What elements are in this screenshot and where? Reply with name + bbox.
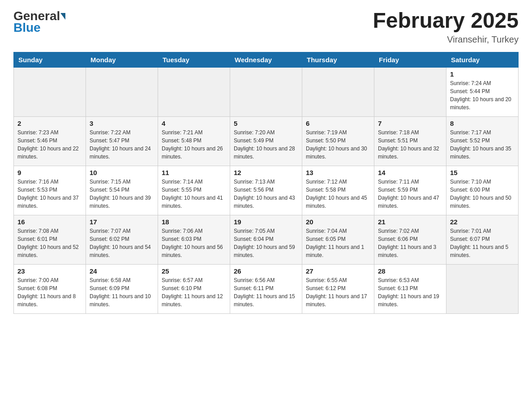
logo-arrow-icon <box>60 13 65 20</box>
calendar-cell: 15Sunrise: 7:10 AMSunset: 6:00 PMDayligh… <box>446 166 519 215</box>
calendar-cell <box>374 67 446 116</box>
day-number: 24 <box>90 267 154 275</box>
col-thursday: Thursday <box>302 52 374 67</box>
day-info: Sunrise: 7:16 AMSunset: 5:53 PMDaylight:… <box>17 178 82 210</box>
day-number: 17 <box>90 218 154 226</box>
day-info: Sunrise: 7:08 AMSunset: 6:01 PMDaylight:… <box>17 227 82 259</box>
calendar-table: Sunday Monday Tuesday Wednesday Thursday… <box>13 52 519 314</box>
day-info: Sunrise: 7:11 AMSunset: 5:59 PMDaylight:… <box>378 178 442 210</box>
day-info: Sunrise: 7:04 AMSunset: 6:05 PMDaylight:… <box>306 227 370 259</box>
day-number: 18 <box>162 218 226 226</box>
calendar-cell: 7Sunrise: 7:18 AMSunset: 5:51 PMDaylight… <box>374 116 446 166</box>
day-number: 3 <box>90 120 154 127</box>
day-number: 9 <box>17 169 82 176</box>
calendar-cell: 8Sunrise: 7:17 AMSunset: 5:52 PMDaylight… <box>446 116 519 166</box>
day-info: Sunrise: 7:02 AMSunset: 6:06 PMDaylight:… <box>378 227 442 259</box>
day-info: Sunrise: 6:55 AMSunset: 6:12 PMDaylight:… <box>306 276 370 308</box>
calendar-cell <box>86 67 158 116</box>
day-info: Sunrise: 6:56 AMSunset: 6:11 PMDaylight:… <box>234 276 298 308</box>
calendar-cell <box>230 67 302 116</box>
day-number: 25 <box>162 267 226 275</box>
calendar-cell: 20Sunrise: 7:04 AMSunset: 6:05 PMDayligh… <box>302 215 374 264</box>
title-block: February 2025 Viransehir, Turkey <box>373 9 519 45</box>
calendar-subtitle: Viransehir, Turkey <box>373 34 519 45</box>
calendar-cell: 2Sunrise: 7:23 AMSunset: 5:46 PMDaylight… <box>14 116 86 166</box>
day-number: 6 <box>306 120 370 127</box>
day-info: Sunrise: 7:00 AMSunset: 6:08 PMDaylight:… <box>17 276 82 308</box>
calendar-week-row: 23Sunrise: 7:00 AMSunset: 6:08 PMDayligh… <box>14 264 519 313</box>
logo-blue-text: Blue <box>13 21 41 35</box>
col-wednesday: Wednesday <box>230 52 302 67</box>
day-info: Sunrise: 6:58 AMSunset: 6:09 PMDaylight:… <box>90 276 154 308</box>
day-info: Sunrise: 7:14 AMSunset: 5:55 PMDaylight:… <box>162 178 226 210</box>
day-number: 28 <box>378 267 442 275</box>
day-info: Sunrise: 7:19 AMSunset: 5:50 PMDaylight:… <box>306 128 370 161</box>
col-tuesday: Tuesday <box>158 52 230 67</box>
day-info: Sunrise: 7:07 AMSunset: 6:02 PMDaylight:… <box>90 227 154 259</box>
col-sunday: Sunday <box>14 52 86 67</box>
day-number: 19 <box>234 218 298 226</box>
day-info: Sunrise: 6:53 AMSunset: 6:13 PMDaylight:… <box>378 276 442 308</box>
day-info: Sunrise: 7:18 AMSunset: 5:51 PMDaylight:… <box>378 128 442 161</box>
calendar-cell: 21Sunrise: 7:02 AMSunset: 6:06 PMDayligh… <box>374 215 446 264</box>
logo: General Blue <box>13 9 65 35</box>
day-number: 5 <box>234 120 298 127</box>
col-friday: Friday <box>374 52 446 67</box>
day-number: 13 <box>306 169 370 176</box>
calendar-cell: 27Sunrise: 6:55 AMSunset: 6:12 PMDayligh… <box>302 264 374 313</box>
day-number: 16 <box>17 218 82 226</box>
day-info: Sunrise: 7:23 AMSunset: 5:46 PMDaylight:… <box>17 128 82 161</box>
day-number: 8 <box>450 120 515 127</box>
day-number: 11 <box>162 169 226 176</box>
day-number: 20 <box>306 218 370 226</box>
day-info: Sunrise: 7:06 AMSunset: 6:03 PMDaylight:… <box>162 227 226 259</box>
day-info: Sunrise: 7:13 AMSunset: 5:56 PMDaylight:… <box>234 178 298 210</box>
calendar-cell: 11Sunrise: 7:14 AMSunset: 5:55 PMDayligh… <box>158 166 230 215</box>
col-monday: Monday <box>86 52 158 67</box>
calendar-cell: 23Sunrise: 7:00 AMSunset: 6:08 PMDayligh… <box>14 264 86 313</box>
calendar-cell <box>158 67 230 116</box>
calendar-cell: 6Sunrise: 7:19 AMSunset: 5:50 PMDaylight… <box>302 116 374 166</box>
calendar-cell: 26Sunrise: 6:56 AMSunset: 6:11 PMDayligh… <box>230 264 302 313</box>
day-info: Sunrise: 7:01 AMSunset: 6:07 PMDaylight:… <box>450 227 515 259</box>
calendar-cell: 24Sunrise: 6:58 AMSunset: 6:09 PMDayligh… <box>86 264 158 313</box>
day-number: 1 <box>450 70 515 78</box>
calendar-cell: 28Sunrise: 6:53 AMSunset: 6:13 PMDayligh… <box>374 264 446 313</box>
calendar-cell: 17Sunrise: 7:07 AMSunset: 6:02 PMDayligh… <box>86 215 158 264</box>
day-number: 21 <box>378 218 442 226</box>
day-number: 26 <box>234 267 298 275</box>
calendar-cell: 18Sunrise: 7:06 AMSunset: 6:03 PMDayligh… <box>158 215 230 264</box>
calendar-header-row: Sunday Monday Tuesday Wednesday Thursday… <box>14 52 519 67</box>
day-number: 23 <box>17 267 82 275</box>
calendar-cell <box>302 67 374 116</box>
calendar-cell: 1Sunrise: 7:24 AMSunset: 5:44 PMDaylight… <box>446 67 519 116</box>
calendar-cell: 22Sunrise: 7:01 AMSunset: 6:07 PMDayligh… <box>446 215 519 264</box>
day-info: Sunrise: 7:24 AMSunset: 5:44 PMDaylight:… <box>450 79 515 111</box>
day-info: Sunrise: 7:22 AMSunset: 5:47 PMDaylight:… <box>90 128 154 161</box>
day-number: 14 <box>378 169 442 176</box>
calendar-week-row: 16Sunrise: 7:08 AMSunset: 6:01 PMDayligh… <box>14 215 519 264</box>
day-info: Sunrise: 7:17 AMSunset: 5:52 PMDaylight:… <box>450 128 515 161</box>
calendar-cell: 19Sunrise: 7:05 AMSunset: 6:04 PMDayligh… <box>230 215 302 264</box>
day-info: Sunrise: 6:57 AMSunset: 6:10 PMDaylight:… <box>162 276 226 308</box>
day-info: Sunrise: 7:05 AMSunset: 6:04 PMDaylight:… <box>234 227 298 259</box>
day-number: 22 <box>450 218 515 226</box>
calendar-cell <box>14 67 86 116</box>
calendar-week-row: 1Sunrise: 7:24 AMSunset: 5:44 PMDaylight… <box>14 67 519 116</box>
calendar-cell: 10Sunrise: 7:15 AMSunset: 5:54 PMDayligh… <box>86 166 158 215</box>
calendar-cell: 13Sunrise: 7:12 AMSunset: 5:58 PMDayligh… <box>302 166 374 215</box>
calendar-cell <box>446 264 519 313</box>
day-info: Sunrise: 7:12 AMSunset: 5:58 PMDaylight:… <box>306 178 370 210</box>
day-number: 7 <box>378 120 442 127</box>
day-number: 27 <box>306 267 370 275</box>
day-info: Sunrise: 7:20 AMSunset: 5:49 PMDaylight:… <box>234 128 298 161</box>
col-saturday: Saturday <box>446 52 519 67</box>
calendar-week-row: 2Sunrise: 7:23 AMSunset: 5:46 PMDaylight… <box>14 116 519 166</box>
calendar-cell: 3Sunrise: 7:22 AMSunset: 5:47 PMDaylight… <box>86 116 158 166</box>
day-number: 12 <box>234 169 298 176</box>
calendar-cell: 12Sunrise: 7:13 AMSunset: 5:56 PMDayligh… <box>230 166 302 215</box>
calendar-week-row: 9Sunrise: 7:16 AMSunset: 5:53 PMDaylight… <box>14 166 519 215</box>
day-number: 2 <box>17 120 82 127</box>
calendar-cell: 25Sunrise: 6:57 AMSunset: 6:10 PMDayligh… <box>158 264 230 313</box>
calendar-cell: 9Sunrise: 7:16 AMSunset: 5:53 PMDaylight… <box>14 166 86 215</box>
